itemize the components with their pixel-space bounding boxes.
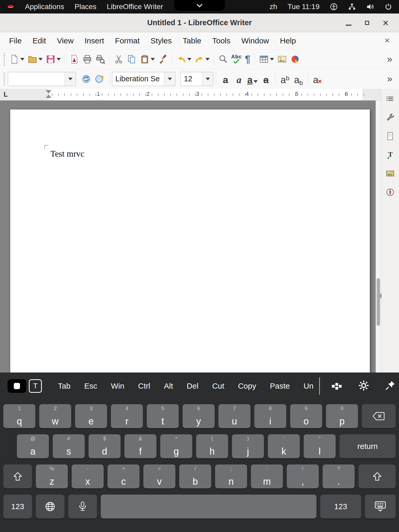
dictation-key[interactable] xyxy=(68,495,97,518)
keyboard-key[interactable]: + c xyxy=(108,464,139,488)
sidebar-expander-icon[interactable] xyxy=(379,293,382,299)
font-size-dropdown[interactable] xyxy=(202,72,213,86)
function-key[interactable]: Tab xyxy=(58,382,70,390)
keyboard-key[interactable]: ! , xyxy=(287,464,319,488)
text-mode-toggle[interactable]: T xyxy=(29,379,42,393)
undo-button[interactable] xyxy=(175,52,193,67)
shift-key-left[interactable] xyxy=(3,464,32,488)
function-key[interactable]: Cut xyxy=(212,382,224,390)
keyboard-key[interactable]: @ a xyxy=(17,434,49,458)
italic-button[interactable]: a xyxy=(232,71,246,87)
keyboard-key[interactable]: # s xyxy=(53,434,85,458)
function-key[interactable]: Paste xyxy=(270,382,290,390)
sidebar-settings-icon[interactable] xyxy=(384,92,396,105)
bold-button[interactable]: a xyxy=(219,71,232,87)
keyboard-key[interactable]: % z xyxy=(36,464,68,488)
keyboard-key[interactable]: ( h xyxy=(196,434,228,458)
font-name-dropdown[interactable] xyxy=(164,72,175,86)
keyboard-key[interactable]: = v xyxy=(143,464,175,488)
close-document-button[interactable]: × xyxy=(380,35,394,45)
dropdown-arrow-icon[interactable] xyxy=(20,58,24,61)
keyboard-key[interactable]: ) j xyxy=(232,434,264,458)
keyboard-key[interactable]: ? . xyxy=(323,464,355,488)
export-pdf-button[interactable] xyxy=(68,52,81,67)
function-key[interactable]: Del xyxy=(187,382,198,390)
keyboard-key[interactable]: & f xyxy=(124,434,156,458)
horizontal-ruler[interactable]: L 123456 xyxy=(0,89,381,101)
keyboard-key[interactable]: 8 i xyxy=(254,404,286,428)
underline-button[interactable]: a xyxy=(246,71,259,87)
superscript-button[interactable]: ab xyxy=(278,71,292,87)
numbers-key-right[interactable]: 123 xyxy=(320,495,361,518)
keyboard-key[interactable]: ' k xyxy=(268,434,300,458)
toolbar-drag-handle[interactable] xyxy=(4,53,5,66)
save-button[interactable] xyxy=(44,52,62,67)
menu-item[interactable]: Styles xyxy=(145,35,177,47)
power-icon[interactable] xyxy=(384,3,392,11)
font-size-input[interactable] xyxy=(181,72,202,86)
shortcut-grid-icon[interactable] xyxy=(331,380,343,392)
toolbar-overflow-button[interactable]: » xyxy=(383,54,396,65)
dropdown-arrow-icon[interactable] xyxy=(254,80,258,83)
shift-key-right[interactable] xyxy=(358,464,396,488)
volume-icon[interactable] xyxy=(366,3,374,11)
paragraph-style-dropdown[interactable] xyxy=(65,72,76,86)
toolbar-overflow-button[interactable]: » xyxy=(383,74,396,84)
dropdown-arrow-icon[interactable] xyxy=(38,58,43,61)
menu-item[interactable]: Edit xyxy=(27,35,51,47)
return-key[interactable]: return xyxy=(340,434,396,458)
keyboard-key[interactable]: 0 p xyxy=(326,404,358,428)
insert-image-button[interactable] xyxy=(276,52,289,67)
paragraph-style-input[interactable] xyxy=(8,72,65,86)
clear-formatting-button[interactable]: a× xyxy=(311,71,324,87)
menu-item[interactable]: Help xyxy=(275,35,302,47)
space-key[interactable] xyxy=(101,495,316,518)
keyboard-key[interactable]: : m xyxy=(251,464,283,488)
new-document-button[interactable] xyxy=(8,52,26,67)
backspace-key[interactable] xyxy=(362,404,396,428)
properties-deck-icon[interactable] xyxy=(384,111,396,124)
formatting-marks-button[interactable]: ¶ xyxy=(243,52,252,67)
styles-deck-icon[interactable]: T xyxy=(384,149,396,161)
print-preview-button[interactable] xyxy=(94,52,107,67)
keyboard-key[interactable]: 3 e xyxy=(75,404,107,428)
keyboard-key[interactable]: " l xyxy=(304,434,336,458)
update-style-button[interactable] xyxy=(79,71,93,87)
gallery-deck-icon[interactable] xyxy=(384,167,396,180)
keyboard-key[interactable]: 1 q xyxy=(3,404,35,428)
minimize-button[interactable] xyxy=(346,25,351,26)
keyboard-key[interactable]: - x xyxy=(72,464,104,488)
menu-item[interactable]: File xyxy=(4,35,27,47)
redo-button[interactable] xyxy=(193,52,211,67)
maximize-button[interactable] xyxy=(365,21,369,25)
input-language-indicator[interactable]: zh xyxy=(269,3,277,11)
keyboard-key[interactable]: * g xyxy=(160,434,192,458)
dropdown-arrow-icon[interactable] xyxy=(57,58,61,61)
active-app-menu[interactable]: LibreOffice Writer xyxy=(107,2,163,11)
find-replace-button[interactable] xyxy=(217,52,230,67)
keyboard-key[interactable]: 9 o xyxy=(290,404,322,428)
toolbar-drag-handle[interactable] xyxy=(4,72,5,85)
pointer-mode-toggle[interactable] xyxy=(8,379,26,393)
menu-item[interactable]: Insert xyxy=(79,35,110,47)
accessibility-icon[interactable] xyxy=(330,3,338,11)
document-page[interactable]: Test mrvc xyxy=(10,109,370,373)
insert-table-button[interactable] xyxy=(257,52,276,67)
navigator-deck-icon[interactable] xyxy=(384,186,396,198)
open-button[interactable] xyxy=(26,52,44,67)
clock[interactable]: Tue 11:19 xyxy=(288,3,320,11)
dropdown-arrow-icon[interactable] xyxy=(151,58,155,61)
keyboard-key[interactable]: $ d xyxy=(89,434,121,458)
function-key[interactable]: Ctrl xyxy=(138,382,150,390)
globe-key[interactable] xyxy=(36,495,64,518)
page-deck-icon[interactable] xyxy=(384,130,396,142)
font-name-input[interactable] xyxy=(112,72,164,86)
menu-item[interactable]: Table xyxy=(177,35,207,47)
numbers-key-left[interactable]: 123 xyxy=(3,495,32,518)
function-key[interactable]: Esc xyxy=(84,382,97,390)
keyboard-key[interactable]: ; n xyxy=(215,464,247,488)
keyboard-key[interactable]: 4 r xyxy=(111,404,143,428)
close-window-button[interactable]: × xyxy=(383,18,389,28)
keyboard-key[interactable]: 7 u xyxy=(218,404,250,428)
new-style-button[interactable] xyxy=(93,71,107,87)
